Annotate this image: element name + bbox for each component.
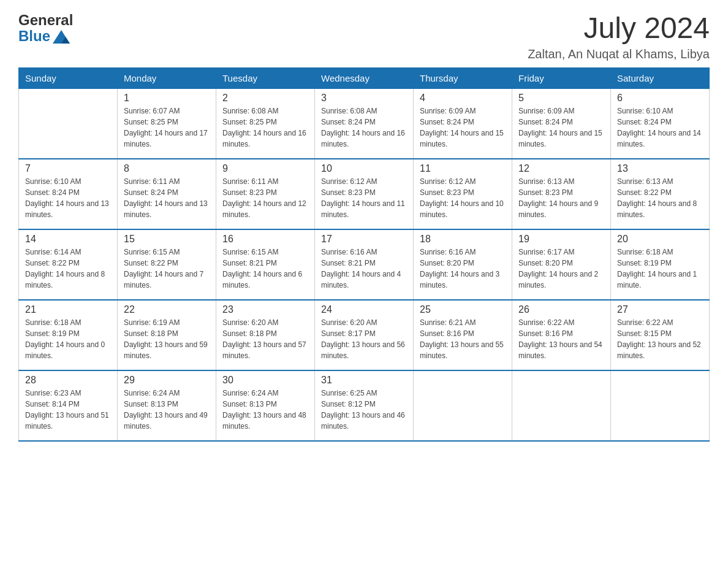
day-number: 18 [420,234,506,245]
day-number: 1 [124,93,210,104]
calendar-cell [512,370,611,441]
day-number: 26 [518,304,604,315]
month-year-title: July 2024 [528,12,710,45]
calendar-cell: 22Sunrise: 6:19 AMSunset: 8:18 PMDayligh… [118,300,216,370]
calendar-week-4: 28Sunrise: 6:23 AMSunset: 8:14 PMDayligh… [19,370,710,441]
page-header: General Blue July 2024 Zaltan, An Nuqat … [18,12,710,61]
day-number: 6 [617,93,703,104]
calendar-week-0: 1Sunrise: 6:07 AMSunset: 8:25 PMDaylight… [19,88,710,159]
day-info: Sunrise: 6:16 AMSunset: 8:20 PMDaylight:… [420,247,506,291]
weekday-header-sunday: Sunday [19,67,118,88]
day-number: 31 [321,375,407,386]
calendar-cell: 4Sunrise: 6:09 AMSunset: 8:24 PMDaylight… [414,88,512,159]
day-info: Sunrise: 6:18 AMSunset: 8:19 PMDaylight:… [25,317,111,361]
day-number: 27 [617,304,703,315]
calendar-cell: 3Sunrise: 6:08 AMSunset: 8:24 PMDaylight… [315,88,414,159]
day-info: Sunrise: 6:09 AMSunset: 8:24 PMDaylight:… [518,105,604,150]
calendar-body: 1Sunrise: 6:07 AMSunset: 8:25 PMDaylight… [19,88,710,441]
day-number: 5 [518,93,604,104]
day-info: Sunrise: 6:09 AMSunset: 8:24 PMDaylight:… [420,105,506,150]
title-block: July 2024 Zaltan, An Nuqat al Khams, Lib… [528,12,710,61]
calendar-cell: 1Sunrise: 6:07 AMSunset: 8:25 PMDaylight… [118,88,216,159]
day-info: Sunrise: 6:17 AMSunset: 8:20 PMDaylight:… [518,247,604,291]
calendar-cell: 21Sunrise: 6:18 AMSunset: 8:19 PMDayligh… [19,300,118,370]
day-number: 24 [321,304,407,315]
calendar-cell: 14Sunrise: 6:14 AMSunset: 8:22 PMDayligh… [19,229,118,300]
location-subtitle: Zaltan, An Nuqat al Khams, Libya [528,47,710,61]
day-info: Sunrise: 6:08 AMSunset: 8:24 PMDaylight:… [321,105,407,150]
logo: General Blue [18,12,73,45]
day-number: 13 [617,163,703,174]
day-number: 17 [321,234,407,245]
day-info: Sunrise: 6:23 AMSunset: 8:14 PMDaylight:… [25,388,111,432]
weekday-header-tuesday: Tuesday [216,67,315,88]
day-info: Sunrise: 6:12 AMSunset: 8:23 PMDaylight:… [420,176,506,220]
day-info: Sunrise: 6:07 AMSunset: 8:25 PMDaylight:… [124,105,210,150]
day-number: 15 [124,234,210,245]
day-number: 12 [518,163,604,174]
calendar-cell: 24Sunrise: 6:20 AMSunset: 8:17 PMDayligh… [315,300,414,370]
calendar-cell: 30Sunrise: 6:24 AMSunset: 8:13 PMDayligh… [216,370,315,441]
calendar-cell: 29Sunrise: 6:24 AMSunset: 8:13 PMDayligh… [118,370,216,441]
day-number: 16 [222,234,308,245]
day-number: 3 [321,93,407,104]
calendar-cell: 17Sunrise: 6:16 AMSunset: 8:21 PMDayligh… [315,229,414,300]
day-info: Sunrise: 6:22 AMSunset: 8:16 PMDaylight:… [518,317,604,361]
day-info: Sunrise: 6:24 AMSunset: 8:13 PMDaylight:… [124,388,210,432]
calendar-cell: 7Sunrise: 6:10 AMSunset: 8:24 PMDaylight… [19,159,118,229]
day-info: Sunrise: 6:19 AMSunset: 8:18 PMDaylight:… [124,317,210,361]
day-number: 30 [222,375,308,386]
calendar-header: SundayMondayTuesdayWednesdayThursdayFrid… [19,67,710,88]
day-info: Sunrise: 6:24 AMSunset: 8:13 PMDaylight:… [222,388,308,432]
day-number: 23 [222,304,308,315]
day-info: Sunrise: 6:25 AMSunset: 8:12 PMDaylight:… [321,388,407,432]
day-number: 20 [617,234,703,245]
calendar-cell: 27Sunrise: 6:22 AMSunset: 8:15 PMDayligh… [611,300,710,370]
calendar-cell [19,88,118,159]
day-info: Sunrise: 6:21 AMSunset: 8:16 PMDaylight:… [420,317,506,361]
calendar-week-1: 7Sunrise: 6:10 AMSunset: 8:24 PMDaylight… [19,159,710,229]
day-number: 4 [420,93,506,104]
calendar-cell: 31Sunrise: 6:25 AMSunset: 8:12 PMDayligh… [315,370,414,441]
logo-icon [53,30,70,44]
calendar-cell: 28Sunrise: 6:23 AMSunset: 8:14 PMDayligh… [19,370,118,441]
calendar-cell: 20Sunrise: 6:18 AMSunset: 8:19 PMDayligh… [611,229,710,300]
day-info: Sunrise: 6:20 AMSunset: 8:18 PMDaylight:… [222,317,308,361]
day-info: Sunrise: 6:10 AMSunset: 8:24 PMDaylight:… [25,176,111,220]
day-info: Sunrise: 6:14 AMSunset: 8:22 PMDaylight:… [25,247,111,291]
day-info: Sunrise: 6:20 AMSunset: 8:17 PMDaylight:… [321,317,407,361]
weekday-header-friday: Friday [512,67,611,88]
weekday-header-wednesday: Wednesday [315,67,414,88]
day-info: Sunrise: 6:08 AMSunset: 8:25 PMDaylight:… [222,105,308,150]
day-number: 11 [420,163,506,174]
day-number: 7 [25,163,111,174]
day-info: Sunrise: 6:10 AMSunset: 8:24 PMDaylight:… [617,105,703,150]
calendar-cell: 16Sunrise: 6:15 AMSunset: 8:21 PMDayligh… [216,229,315,300]
calendar-cell: 13Sunrise: 6:13 AMSunset: 8:22 PMDayligh… [611,159,710,229]
day-number: 22 [124,304,210,315]
weekday-header-monday: Monday [118,67,216,88]
day-info: Sunrise: 6:15 AMSunset: 8:22 PMDaylight:… [124,247,210,291]
calendar-cell: 18Sunrise: 6:16 AMSunset: 8:20 PMDayligh… [414,229,512,300]
day-number: 9 [222,163,308,174]
calendar-cell: 25Sunrise: 6:21 AMSunset: 8:16 PMDayligh… [414,300,512,370]
calendar-cell [611,370,710,441]
calendar-cell: 15Sunrise: 6:15 AMSunset: 8:22 PMDayligh… [118,229,216,300]
day-info: Sunrise: 6:16 AMSunset: 8:21 PMDaylight:… [321,247,407,291]
calendar-cell: 2Sunrise: 6:08 AMSunset: 8:25 PMDaylight… [216,88,315,159]
calendar-cell: 23Sunrise: 6:20 AMSunset: 8:18 PMDayligh… [216,300,315,370]
day-info: Sunrise: 6:13 AMSunset: 8:22 PMDaylight:… [617,176,703,220]
calendar-cell: 12Sunrise: 6:13 AMSunset: 8:23 PMDayligh… [512,159,611,229]
day-info: Sunrise: 6:18 AMSunset: 8:19 PMDaylight:… [617,247,703,291]
day-number: 2 [222,93,308,104]
calendar-cell: 6Sunrise: 6:10 AMSunset: 8:24 PMDaylight… [611,88,710,159]
weekday-header-saturday: Saturday [611,67,710,88]
day-info: Sunrise: 6:13 AMSunset: 8:23 PMDaylight:… [518,176,604,220]
weekday-header-row: SundayMondayTuesdayWednesdayThursdayFrid… [19,67,710,88]
day-info: Sunrise: 6:11 AMSunset: 8:24 PMDaylight:… [124,176,210,220]
day-number: 19 [518,234,604,245]
calendar-cell: 9Sunrise: 6:11 AMSunset: 8:23 PMDaylight… [216,159,315,229]
calendar-cell: 11Sunrise: 6:12 AMSunset: 8:23 PMDayligh… [414,159,512,229]
calendar-week-2: 14Sunrise: 6:14 AMSunset: 8:22 PMDayligh… [19,229,710,300]
calendar-cell: 10Sunrise: 6:12 AMSunset: 8:23 PMDayligh… [315,159,414,229]
